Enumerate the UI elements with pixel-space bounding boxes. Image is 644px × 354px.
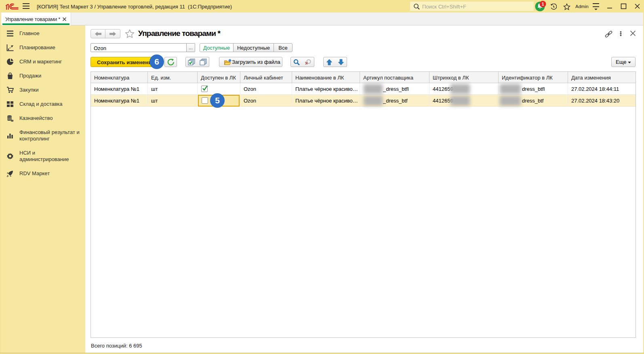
svg-text:1: 1 [542,2,544,6]
